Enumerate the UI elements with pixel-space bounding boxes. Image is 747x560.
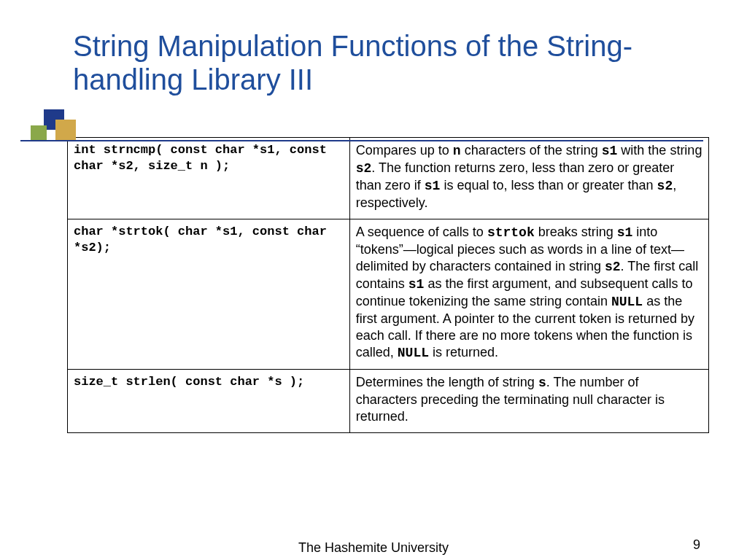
function-signature: size_t strlen( const char *s );: [68, 370, 350, 433]
functions-table: int strncmp( const char *s1, const char …: [67, 137, 709, 433]
page-number: 9: [693, 537, 700, 553]
function-signature: char *strtok( char *s1, const char *s2);: [68, 219, 350, 370]
slide-title: String Manipulation Functions of the Str…: [73, 29, 703, 96]
table-row: char *strtok( char *s1, const char *s2);…: [68, 219, 709, 370]
slide-bullet-decoration: [20, 109, 79, 168]
function-signature: int strncmp( const char *s1, const char …: [68, 138, 350, 219]
title-underline: [20, 140, 703, 141]
function-description: Determines the length of string s. The n…: [349, 370, 708, 433]
table-row: int strncmp( const char *s1, const char …: [68, 138, 709, 219]
function-description: Compares up to n characters of the strin…: [349, 138, 708, 219]
footer-text: The Hashemite University: [0, 540, 747, 556]
function-description: A sequence of calls to strtok breaks str…: [349, 219, 708, 370]
table-row: size_t strlen( const char *s ); Determin…: [68, 370, 709, 433]
